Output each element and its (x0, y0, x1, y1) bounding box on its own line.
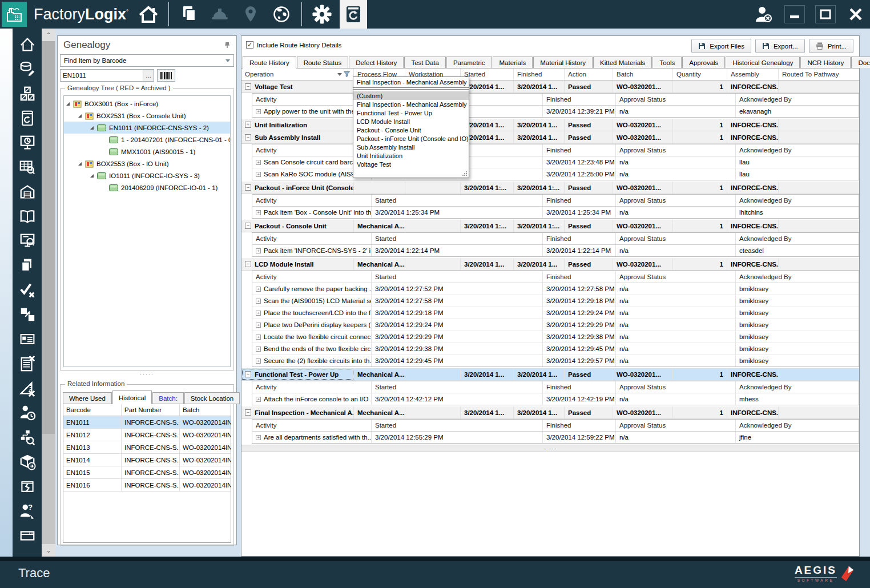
tab-materials[interactable]: Materials (493, 57, 533, 68)
tab-defect-history[interactable]: Defect History (349, 57, 404, 68)
detail-column-approval-status[interactable]: Approval Status (616, 195, 736, 206)
column-header-operation[interactable]: Operation (241, 69, 354, 80)
tree-expander-icon[interactable] (78, 162, 82, 166)
button-export[interactable]: Export... (755, 39, 805, 53)
detail-column-finished[interactable]: Finished (543, 420, 616, 431)
detail-column-activity[interactable]: Activity (252, 420, 372, 431)
activity-row[interactable]: +Scan KaRo SOC module (AIS9003/20/2014 1… (252, 168, 859, 180)
scrollbar-thumb[interactable] (42, 41, 55, 434)
expand-icon[interactable]: + (256, 287, 261, 292)
minimize-button[interactable] (784, 5, 805, 23)
expand-icon[interactable]: + (256, 299, 261, 304)
expand-icon[interactable]: + (256, 109, 261, 114)
collapse-icon[interactable]: − (245, 371, 251, 377)
operation-group-row[interactable]: +Unit Initialization3/20/2014 1...3/20/2… (241, 119, 859, 131)
tab-route-history[interactable]: Route History (243, 56, 296, 69)
detail-column-started[interactable]: Started (372, 233, 543, 244)
inventory-blocks-icon[interactable] (18, 84, 37, 102)
button-print[interactable]: Print... (809, 39, 853, 53)
scroll-down-icon[interactable]: ⌄ (42, 544, 55, 557)
button-export-files[interactable]: Export Files (691, 39, 751, 53)
expand-icon[interactable]: + (256, 160, 261, 165)
table-search-icon[interactable] (18, 158, 37, 176)
collapse-icon[interactable]: − (245, 223, 251, 229)
include-details-checkbox[interactable]: ✓ (246, 41, 253, 49)
filter-option-unit-initialization[interactable]: Unit Initialization (353, 151, 469, 160)
home-icon[interactable] (138, 3, 159, 25)
maximize-button[interactable] (815, 5, 836, 23)
scroll-up-icon[interactable]: ⌃ (42, 29, 55, 41)
detail-column-approval-status[interactable]: Approval Status (616, 381, 736, 393)
detail-column-finished[interactable]: Finished (543, 144, 616, 156)
column-header-finished[interactable]: Finished (514, 69, 565, 80)
column-header-action[interactable]: Action (565, 69, 613, 80)
measure-ruler-remove-icon[interactable] (18, 379, 37, 397)
detail-column-finished[interactable]: Finished (543, 271, 616, 283)
filter-current-value[interactable]: Final Inspection - Mechanical Assembly (353, 77, 469, 87)
find-mode-select[interactable]: Find Item by Barcode (60, 54, 234, 67)
filter-option-functional-test-power-up[interactable]: Functional Test - Power Up (353, 108, 469, 117)
verify-check-x-icon[interactable] (18, 281, 37, 299)
close-button[interactable] (846, 6, 865, 23)
detail-column-finished[interactable]: Finished (543, 94, 616, 105)
tree-node-io1011[interactable]: IO1011 (INFORCE-IO-SYS - 3) (64, 170, 230, 182)
expand-icon[interactable]: + (256, 311, 261, 316)
tree-node-1[interactable]: 1 - 201407201 (INFORCE-CNS-01 - 01) (64, 134, 230, 146)
expand-icon[interactable]: + (256, 435, 261, 440)
detail-column-finished[interactable]: Finished (543, 381, 616, 393)
filter-option-lcd-module-install[interactable]: LCD Module Install (353, 117, 469, 126)
activity-row[interactable]: +Place two DePerini display keepers (...… (252, 319, 859, 331)
database-edit-icon[interactable] (18, 60, 37, 78)
expand-icon[interactable]: + (256, 323, 261, 328)
hardhat-icon[interactable] (209, 3, 231, 25)
filter-option-sub-assembly-install[interactable]: Sub Assembly Install (353, 143, 469, 151)
home-icon[interactable] (18, 35, 37, 53)
tab-approvals[interactable]: Approvals (682, 57, 725, 68)
tab-documents[interactable]: Documents (851, 57, 870, 68)
filter-option-final-inspection-mechanical-assembly[interactable]: Final Inspection - Mechanical Assembly (353, 100, 469, 108)
column-header-batch[interactable]: Batch (180, 404, 231, 416)
collapse-icon[interactable]: − (245, 261, 251, 267)
column-header-assembly[interactable]: Assembly (727, 69, 779, 80)
tab-material-history[interactable]: Material History (533, 57, 593, 68)
related-table-row[interactable]: EN1012INFORCE-CNS-S...WO-03202014IN... (63, 429, 231, 441)
related-tab-historical[interactable]: Historical (112, 390, 152, 404)
review-monitor-search-icon[interactable] (18, 232, 37, 249)
trace-module-button-active[interactable] (340, 0, 367, 29)
column-header-part-number[interactable]: Part Number (122, 404, 180, 416)
panel-splitter-handle[interactable]: ····· (58, 370, 236, 377)
related-tab-where-used[interactable]: Where Used (63, 392, 112, 404)
column-header-quantity[interactable]: Quantity (673, 69, 727, 80)
browse-button[interactable]: … (143, 70, 154, 81)
tab-kitted-materials[interactable]: Kitted Materials (593, 57, 652, 68)
tree-expander-icon[interactable] (90, 174, 94, 178)
detail-column-acknowledged-by[interactable]: Acknowledged By (736, 94, 859, 105)
activity-row[interactable]: +Pack item 'Box - Console Unit' into th.… (252, 207, 859, 218)
collapse-icon[interactable]: − (245, 83, 251, 90)
tab-tools[interactable]: Tools (652, 57, 682, 68)
filter-option-voltage-test[interactable]: Voltage Test (353, 160, 469, 168)
operation-group-row[interactable]: −Packout - Console UnitMechanical A...3/… (241, 220, 859, 232)
activity-row[interactable]: +Scan the (AIS90015) LCD Material se...3… (252, 295, 859, 307)
detail-column-acknowledged-by[interactable]: Acknowledged By (736, 233, 859, 244)
collapse-icon[interactable]: − (245, 409, 251, 416)
detail-column-started[interactable]: Started (372, 195, 543, 206)
detail-column-started[interactable]: Started (372, 420, 543, 431)
tree-node-mmx1001[interactable]: MMX1001 (AIS90015 - 1) (64, 146, 230, 158)
column-header-barcode[interactable]: Barcode (63, 404, 122, 416)
detail-column-approval-status[interactable]: Approval Status (616, 94, 736, 105)
sidebar-scrollbar[interactable]: ⌃ ⌄ (42, 29, 55, 557)
tree-node-box2531[interactable]: BOX2531 (Box - Console Unit) (64, 110, 230, 122)
collapse-icon[interactable]: − (245, 184, 251, 191)
settings-gear-icon[interactable] (311, 3, 333, 25)
operation-group-row[interactable]: −LCD Module InstallMechanical A...3/20/2… (241, 258, 859, 271)
terminal-window-icon[interactable] (18, 526, 37, 544)
id-card-icon[interactable] (18, 330, 37, 348)
tree-node-en1011[interactable]: EN1011 (INFORCE-CNS-SYS - 2) (64, 122, 230, 134)
collapse-icon[interactable]: − (245, 134, 251, 140)
hierarchy-search-icon[interactable] (18, 428, 37, 446)
column-header-batch[interactable]: Batch (613, 69, 673, 80)
operation-group-row[interactable]: −Sub Assembly Install3/20/2014 1...3/20/… (241, 131, 859, 144)
tree-expander-icon[interactable] (90, 126, 94, 130)
activity-row[interactable]: +Carefully remove the paper backing ...3… (252, 283, 859, 295)
